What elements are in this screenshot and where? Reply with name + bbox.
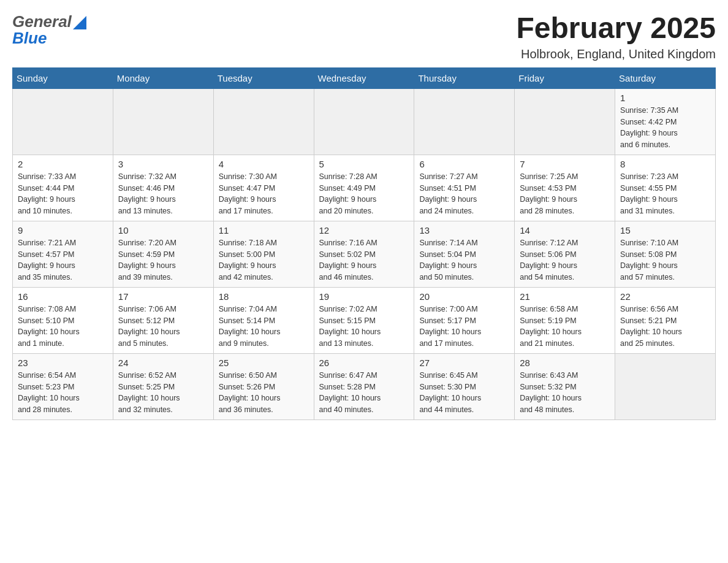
day-info: Sunrise: 7:33 AM Sunset: 4:44 PM Dayligh… [18, 171, 108, 217]
day-info: Sunrise: 7:35 AM Sunset: 4:42 PM Dayligh… [620, 105, 710, 151]
table-row: 7Sunrise: 7:25 AM Sunset: 4:53 PM Daylig… [515, 155, 615, 221]
day-number: 13 [419, 225, 509, 236]
day-number: 28 [520, 358, 610, 368]
header-saturday: Saturday [615, 67, 716, 88]
calendar-table: Sunday Monday Tuesday Wednesday Thursday… [12, 67, 716, 420]
day-number: 4 [219, 159, 309, 169]
table-row: 13Sunrise: 7:14 AM Sunset: 5:04 PM Dayli… [414, 221, 515, 287]
day-info: Sunrise: 7:21 AM Sunset: 4:57 PM Dayligh… [18, 237, 108, 283]
day-number: 21 [520, 291, 610, 302]
day-info: Sunrise: 7:28 AM Sunset: 4:49 PM Dayligh… [319, 171, 409, 217]
calendar-week-5: 23Sunrise: 6:54 AM Sunset: 5:23 PM Dayli… [13, 353, 716, 419]
day-number: 1 [620, 93, 710, 103]
day-number: 23 [18, 358, 108, 368]
day-info: Sunrise: 6:56 AM Sunset: 5:21 PM Dayligh… [620, 304, 710, 350]
table-row: 5Sunrise: 7:28 AM Sunset: 4:49 PM Daylig… [314, 155, 414, 221]
table-row: 16Sunrise: 7:08 AM Sunset: 5:10 PM Dayli… [13, 287, 113, 353]
day-info: Sunrise: 6:52 AM Sunset: 5:25 PM Dayligh… [118, 370, 208, 416]
day-number: 5 [319, 159, 409, 169]
table-row: 14Sunrise: 7:12 AM Sunset: 5:06 PM Dayli… [515, 221, 615, 287]
logo-blue-text: Blue [12, 29, 47, 48]
table-row: 23Sunrise: 6:54 AM Sunset: 5:23 PM Dayli… [13, 353, 113, 419]
day-info: Sunrise: 7:08 AM Sunset: 5:10 PM Dayligh… [18, 304, 108, 350]
page-header: General Blue February 2025 Holbrook, Eng… [12, 12, 716, 61]
table-row: 22Sunrise: 6:56 AM Sunset: 5:21 PM Dayli… [615, 287, 716, 353]
day-number: 22 [620, 291, 710, 302]
header-sunday: Sunday [13, 67, 113, 88]
table-row: 11Sunrise: 7:18 AM Sunset: 5:00 PM Dayli… [213, 221, 314, 287]
day-number: 26 [319, 358, 409, 368]
calendar-week-3: 9Sunrise: 7:21 AM Sunset: 4:57 PM Daylig… [13, 221, 716, 287]
day-number: 3 [118, 159, 208, 169]
table-row: 26Sunrise: 6:47 AM Sunset: 5:28 PM Dayli… [314, 353, 414, 419]
table-row: 10Sunrise: 7:20 AM Sunset: 4:59 PM Dayli… [113, 221, 213, 287]
table-row [615, 353, 716, 419]
month-title: February 2025 [516, 12, 716, 45]
header-monday: Monday [113, 67, 213, 88]
table-row: 9Sunrise: 7:21 AM Sunset: 4:57 PM Daylig… [13, 221, 113, 287]
table-row: 4Sunrise: 7:30 AM Sunset: 4:47 PM Daylig… [213, 155, 314, 221]
day-info: Sunrise: 6:54 AM Sunset: 5:23 PM Dayligh… [18, 370, 108, 416]
table-row [515, 88, 615, 155]
table-row [13, 88, 113, 155]
day-info: Sunrise: 7:18 AM Sunset: 5:00 PM Dayligh… [219, 237, 309, 283]
calendar-week-2: 2Sunrise: 7:33 AM Sunset: 4:44 PM Daylig… [13, 155, 716, 221]
table-row: 20Sunrise: 7:00 AM Sunset: 5:17 PM Dayli… [414, 287, 515, 353]
day-number: 24 [118, 358, 208, 368]
day-info: Sunrise: 7:10 AM Sunset: 5:08 PM Dayligh… [620, 237, 710, 283]
day-info: Sunrise: 6:50 AM Sunset: 5:26 PM Dayligh… [219, 370, 309, 416]
table-row: 28Sunrise: 6:43 AM Sunset: 5:32 PM Dayli… [515, 353, 615, 419]
day-number: 19 [319, 291, 409, 302]
day-info: Sunrise: 7:02 AM Sunset: 5:15 PM Dayligh… [319, 304, 409, 350]
table-row: 24Sunrise: 6:52 AM Sunset: 5:25 PM Dayli… [113, 353, 213, 419]
day-number: 17 [118, 291, 208, 302]
table-row [314, 88, 414, 155]
header-tuesday: Tuesday [213, 67, 314, 88]
day-info: Sunrise: 6:45 AM Sunset: 5:30 PM Dayligh… [419, 370, 509, 416]
day-number: 16 [18, 291, 108, 302]
day-info: Sunrise: 7:32 AM Sunset: 4:46 PM Dayligh… [118, 171, 208, 217]
header-wednesday: Wednesday [314, 67, 414, 88]
day-info: Sunrise: 6:47 AM Sunset: 5:28 PM Dayligh… [319, 370, 409, 416]
table-row: 1Sunrise: 7:35 AM Sunset: 4:42 PM Daylig… [615, 88, 716, 155]
header-thursday: Thursday [414, 67, 515, 88]
day-number: 7 [520, 159, 610, 169]
svg-marker-0 [73, 16, 86, 29]
day-number: 12 [319, 225, 409, 236]
header-friday: Friday [515, 67, 615, 88]
day-number: 8 [620, 159, 710, 169]
day-info: Sunrise: 7:20 AM Sunset: 4:59 PM Dayligh… [118, 237, 208, 283]
day-info: Sunrise: 7:06 AM Sunset: 5:12 PM Dayligh… [118, 304, 208, 350]
table-row: 2Sunrise: 7:33 AM Sunset: 4:44 PM Daylig… [13, 155, 113, 221]
title-section: February 2025 Holbrook, England, United … [516, 12, 716, 61]
day-number: 20 [419, 291, 509, 302]
day-number: 14 [520, 225, 610, 236]
day-number: 6 [419, 159, 509, 169]
day-number: 27 [419, 358, 509, 368]
day-info: Sunrise: 7:30 AM Sunset: 4:47 PM Dayligh… [219, 171, 309, 217]
day-info: Sunrise: 6:58 AM Sunset: 5:19 PM Dayligh… [520, 304, 610, 350]
table-row: 18Sunrise: 7:04 AM Sunset: 5:14 PM Dayli… [213, 287, 314, 353]
table-row: 19Sunrise: 7:02 AM Sunset: 5:15 PM Dayli… [314, 287, 414, 353]
table-row [414, 88, 515, 155]
table-row: 17Sunrise: 7:06 AM Sunset: 5:12 PM Dayli… [113, 287, 213, 353]
day-info: Sunrise: 7:00 AM Sunset: 5:17 PM Dayligh… [419, 304, 509, 350]
day-info: Sunrise: 7:27 AM Sunset: 4:51 PM Dayligh… [419, 171, 509, 217]
table-row: 25Sunrise: 6:50 AM Sunset: 5:26 PM Dayli… [213, 353, 314, 419]
day-number: 9 [18, 225, 108, 236]
table-row [113, 88, 213, 155]
day-info: Sunrise: 7:25 AM Sunset: 4:53 PM Dayligh… [520, 171, 610, 217]
day-number: 10 [118, 225, 208, 236]
table-row: 21Sunrise: 6:58 AM Sunset: 5:19 PM Dayli… [515, 287, 615, 353]
day-number: 11 [219, 225, 309, 236]
location-text: Holbrook, England, United Kingdom [516, 47, 716, 61]
day-info: Sunrise: 6:43 AM Sunset: 5:32 PM Dayligh… [520, 370, 610, 416]
table-row [213, 88, 314, 155]
calendar-week-4: 16Sunrise: 7:08 AM Sunset: 5:10 PM Dayli… [13, 287, 716, 353]
day-info: Sunrise: 7:23 AM Sunset: 4:55 PM Dayligh… [620, 171, 710, 217]
calendar-week-1: 1Sunrise: 7:35 AM Sunset: 4:42 PM Daylig… [13, 88, 716, 155]
day-number: 18 [219, 291, 309, 302]
table-row: 12Sunrise: 7:16 AM Sunset: 5:02 PM Dayli… [314, 221, 414, 287]
day-number: 15 [620, 225, 710, 236]
logo-triangle-icon [73, 16, 86, 29]
